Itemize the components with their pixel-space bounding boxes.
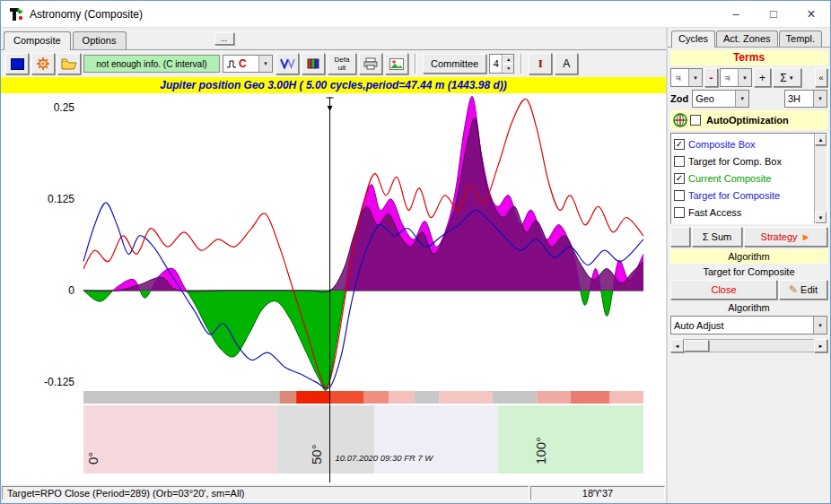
wave-icon (226, 59, 237, 69)
print-button[interactable] (359, 53, 382, 74)
chart-svg: 0°50°100°0.250.1250-0.12510.07.2020 09:3… (1, 93, 666, 483)
printer-icon (363, 57, 378, 70)
collapse-button[interactable]: « (815, 68, 827, 87)
close-edit-row: Close ✎ Edit (670, 280, 827, 300)
zodiac-combo[interactable]: Geo ▼ (692, 90, 749, 108)
rgb-colors-button[interactable] (302, 53, 325, 74)
open-button[interactable] (57, 53, 81, 74)
minimize-button[interactable]: – (717, 1, 755, 27)
planet1-glyph: ♃ (674, 72, 682, 84)
chevron-down-icon[interactable]: ▼ (735, 91, 748, 107)
default-button[interactable]: Defa ult (328, 53, 356, 74)
algorithm-combo[interactable]: Auto Adjust ▼ (670, 316, 827, 335)
panel-tab-act-zones[interactable]: Act. Zones (716, 30, 778, 47)
checklist-item-label: Target for Comp. Box (688, 156, 782, 167)
committee-count-spinner[interactable]: 4 ▲ ▼ (489, 54, 514, 74)
chevron-down-icon[interactable]: ▼ (258, 56, 272, 72)
sum-button[interactable]: Σ Sum (692, 227, 742, 247)
svg-text:50°: 50° (309, 444, 324, 465)
committee-button[interactable]: Committee (423, 54, 486, 74)
more-tabs-button[interactable]: ... (214, 32, 234, 45)
zod-label: Zod (670, 93, 688, 104)
svg-text:0°: 0° (85, 452, 101, 465)
zodiac-row: Zod Geo ▼ 3H ▼ (670, 90, 827, 108)
spinner-value: 4 (490, 55, 502, 73)
remove-term-button[interactable]: - (704, 68, 718, 87)
scroll-up-icon[interactable]: ▲ (815, 134, 827, 145)
scroll-down-icon[interactable]: ▼ (815, 212, 827, 223)
planet1-combo[interactable]: ♃ ▼ (670, 68, 703, 87)
scroll-right-icon[interactable]: ► (814, 339, 827, 352)
composite-chart[interactable]: 0°50°100°0.250.1250-0.12510.07.2020 09:3… (1, 93, 666, 483)
status-bar: Target=RPO Close (Period=289) (Orb=03°20… (1, 483, 666, 503)
planet2-combo[interactable]: ♃ ▼ (720, 68, 752, 87)
main-tabstrip: Composite Options ... (1, 28, 666, 50)
chevron-down-icon[interactable]: ▼ (813, 91, 827, 107)
interval-value: C (239, 57, 247, 70)
color-button[interactable] (5, 53, 29, 74)
panel-tab-cycles[interactable]: Cycles (671, 30, 715, 48)
panel-tab-templates[interactable]: Templ. (779, 30, 822, 47)
edit-button[interactable]: ✎ Edit (779, 280, 827, 300)
toolbar-separator-2 (520, 54, 522, 74)
checklist-item[interactable]: Fast Access (674, 204, 811, 221)
settings-gear-button[interactable] (31, 53, 55, 74)
interval-combo[interactable]: C ▼ (223, 55, 273, 73)
panel-h-scrollbar[interactable]: ◄ ► (670, 339, 827, 352)
scroll-left-icon[interactable]: ◄ (670, 339, 684, 352)
close-target-button[interactable]: Close (670, 280, 777, 300)
svg-text:10.07.2020 09:30 FR 7 W: 10.07.2020 09:30 FR 7 W (336, 453, 434, 463)
strategy-button[interactable]: Strategy ► (744, 227, 827, 247)
checklist-checkbox[interactable] (674, 190, 685, 201)
maximize-button[interactable]: □ (755, 1, 792, 27)
h-scroll-thumb[interactable] (684, 340, 709, 352)
window-title: Astronomy (Composite) (30, 8, 143, 21)
italic-i-button[interactable]: I (529, 53, 552, 74)
checklist-scrollbar[interactable]: ▲ ▼ (814, 134, 827, 223)
svg-text:0.25: 0.25 (54, 101, 75, 114)
chevron-down-icon[interactable]: ▼ (688, 69, 702, 86)
tab-composite[interactable]: Composite (4, 31, 71, 50)
globe-icon (672, 112, 688, 128)
app-window: Astronomy (Composite) – □ × Composite Op… (0, 0, 831, 504)
verify-button[interactable] (276, 53, 299, 74)
left-pane: Composite Options ... (1, 28, 666, 503)
chevron-down-icon[interactable]: ▼ (738, 69, 751, 86)
harmonic-combo[interactable]: 3H ▼ (784, 90, 827, 108)
tab-options[interactable]: Options (73, 31, 127, 49)
chevron-down-icon[interactable]: ▼ (813, 317, 827, 334)
checklist-checkbox[interactable]: ✓ (674, 173, 685, 184)
terms-header: Terms (670, 50, 827, 65)
font-a-button[interactable]: A (555, 53, 578, 74)
checklist-item[interactable]: Target for Composite (674, 187, 811, 204)
svg-text:-0.125: -0.125 (44, 376, 74, 388)
checklist-item-label: Target for Composite (688, 190, 780, 201)
checklist-item[interactable]: ✓ Composite Box (674, 135, 811, 152)
algorithm-header: Algorithm (670, 249, 827, 264)
arrow-right-icon: ► (801, 231, 811, 242)
spinner-down-icon[interactable]: ▼ (503, 64, 513, 73)
pencil-icon: ✎ (789, 283, 798, 296)
checklist-item[interactable]: ✓ Current Composite (674, 169, 811, 187)
checklist-item[interactable]: Target for Comp. Box (674, 152, 811, 169)
image-icon (389, 58, 404, 70)
checklist-checkbox[interactable] (674, 207, 685, 218)
globe-button[interactable] (672, 112, 688, 128)
picture-button[interactable] (385, 53, 408, 74)
gear-icon (36, 56, 50, 71)
checklist-checkbox[interactable] (674, 156, 685, 167)
checklist-item-label: Current Composite (688, 173, 771, 184)
autooptimization-checkbox[interactable] (690, 115, 701, 126)
add-term-button[interactable]: + (754, 68, 771, 87)
toolbar-separator (415, 54, 416, 74)
h-scroll-track[interactable] (684, 339, 814, 352)
spinner-up-icon[interactable]: ▲ (503, 55, 513, 64)
sum-terms-button[interactable]: Σ ▼ (773, 68, 801, 87)
app-icon (8, 6, 24, 22)
close-button[interactable]: × (792, 1, 830, 27)
checklist-checkbox[interactable]: ✓ (674, 139, 685, 150)
algorithm-label: Algorithm (670, 302, 827, 313)
main-content: Composite Options ... (1, 28, 830, 503)
blank-button[interactable] (670, 227, 690, 247)
cycles-panel-body: Terms ♃ ▼ - ♃ ▼ + Σ ▼ (668, 48, 830, 503)
